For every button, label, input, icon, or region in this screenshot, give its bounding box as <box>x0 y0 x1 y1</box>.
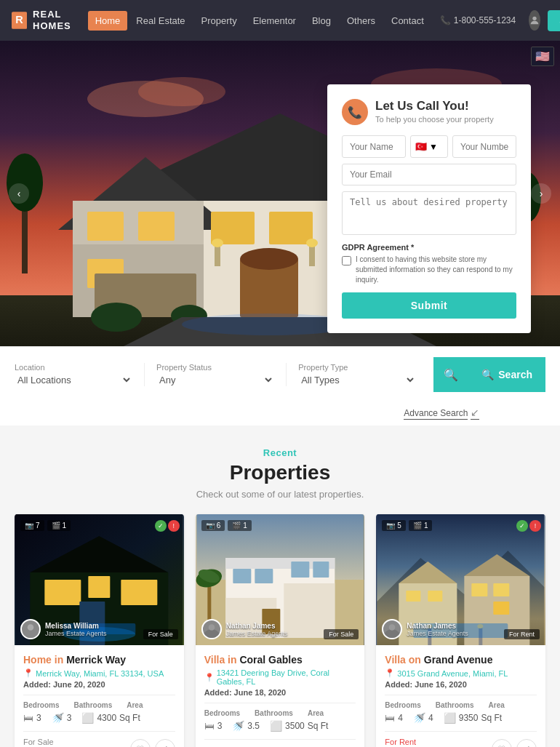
svg-point-30 <box>212 239 223 247</box>
svg-rect-62 <box>313 562 329 578</box>
nav-elementor[interactable]: Elementor <box>246 11 303 31</box>
advance-search-text: Advance Search <box>404 408 468 420</box>
nav-blog[interactable]: Blog <box>305 11 338 31</box>
type-select[interactable]: All Types <box>298 374 416 386</box>
pin-icon-1: 📍 <box>23 668 33 678</box>
svg-point-5 <box>138 77 225 106</box>
submit-button[interactable]: Submit <box>548 10 560 31</box>
agent-company-1: James Estate Agents <box>45 630 107 637</box>
hero-prev-arrow[interactable]: ‹ <box>9 183 29 204</box>
card-date-1: Added: June 20, 2020 <box>23 680 175 689</box>
svg-rect-78 <box>494 583 510 596</box>
bath-icon-3: 🚿 <box>413 712 425 724</box>
bedrooms-spec-2: 🛏 3 <box>204 720 223 732</box>
email-input[interactable] <box>342 164 516 185</box>
title-highlight-3: Villa on <box>385 654 421 666</box>
agent-info-2: Nathan James James Estate Agents <box>226 622 288 637</box>
search-icon-button[interactable]: 🔍 <box>433 357 468 392</box>
price-section-1: For Sale $540,000 ♡ ⇄ <box>23 738 175 747</box>
logo[interactable]: R REAL HOMES <box>12 7 79 33</box>
dropdown-arrow: ▼ <box>429 142 438 152</box>
property-card-1[interactable]: 📷 7 🎬 1 ✓ ! Melissa William <box>15 514 184 747</box>
card-divider-4 <box>204 739 356 740</box>
svg-point-86 <box>389 624 396 631</box>
svg-point-85 <box>383 629 401 639</box>
sale-tag-2: For Sale <box>324 629 359 639</box>
agent-avatar-3 <box>382 619 402 639</box>
sale-label-3: For Rent <box>385 738 468 746</box>
nav-home[interactable]: Home <box>88 11 128 31</box>
bedrooms-spec-3: 🛏 4 <box>385 712 403 724</box>
section-title: Properties <box>15 461 545 484</box>
favorite-btn-1[interactable]: ♡ <box>130 739 151 747</box>
svg-rect-23 <box>269 212 313 244</box>
svg-rect-77 <box>472 583 488 596</box>
user-avatar[interactable] <box>529 10 540 31</box>
name-input[interactable] <box>342 135 406 158</box>
pin-icon-3: 📍 <box>385 668 395 678</box>
card-title-1: Home in Merrick Way <box>23 654 175 666</box>
area-label-3: Area <box>489 701 505 709</box>
svg-point-37 <box>7 153 43 212</box>
property-card-3[interactable]: 📷 5 🎬 1 ✓ ! Nathan James <box>376 514 545 747</box>
form-submit-button[interactable]: Submit <box>342 292 516 319</box>
bathrooms-spec-2: 🚿 3.5 <box>232 720 260 732</box>
nav-property[interactable]: Property <box>194 11 244 31</box>
agent-info-3: Nathan James James Estate Agents <box>407 622 468 637</box>
location-value: All Locations <box>15 374 132 386</box>
video-count-2: 🎬 1 <box>228 520 252 531</box>
price-section-3: For Rent $4,750 Monthly ♡ ⇄ <box>385 738 537 747</box>
brand-name: REAL HOMES <box>33 9 79 31</box>
area-spec-2: ⬜ 3500 Sq Ft <box>270 720 328 732</box>
agent-name-1: Melissa William <box>45 622 107 630</box>
nav-contact[interactable]: Contact <box>384 11 431 31</box>
property-card-2[interactable]: 📷 6 🎬 1 Nathan James James Estate Agents <box>196 514 365 747</box>
hot-badge-1: ! <box>168 520 180 532</box>
search-text-button[interactable]: 🔍 Search <box>468 357 545 392</box>
nav-others[interactable]: Others <box>340 11 383 31</box>
type-field[interactable]: Property Type All Types <box>287 363 428 386</box>
call-form: 📞 Let Us Call You! To help you choose yo… <box>327 84 531 333</box>
svg-rect-79 <box>494 602 510 615</box>
svg-text:R: R <box>15 14 23 25</box>
compare-btn-3[interactable]: ⇄ <box>516 739 537 747</box>
card-location-3: 📍 3015 Grand Avenue, Miami, FL <box>385 668 537 678</box>
name-phone-row: 🇹🇷 ▼ <box>342 135 516 158</box>
language-flag[interactable]: 🇺🇸 <box>531 47 554 66</box>
advance-search[interactable]: Advance Search ↙ <box>0 402 560 426</box>
location-field[interactable]: Location All Locations <box>15 363 145 386</box>
agent-avatar-1 <box>20 619 41 639</box>
compare-btn-1[interactable]: ⇄ <box>155 739 175 747</box>
agent-company-2: James Estate Agents <box>226 630 288 637</box>
featured-badge-3: ✓ <box>516 520 528 532</box>
video-icon: 🎬 <box>52 522 60 530</box>
phone-prefix[interactable]: 🇹🇷 ▼ <box>410 135 448 158</box>
gdpr-row: I consent to having this website store m… <box>342 255 516 285</box>
search-label: Search <box>498 369 532 380</box>
message-input[interactable] <box>342 191 516 235</box>
rent-tag-3: For Rent <box>504 629 540 639</box>
hero-next-arrow[interactable]: › <box>531 183 551 204</box>
svg-point-51 <box>22 629 39 639</box>
nav-real-estate[interactable]: Real Estate <box>129 11 192 31</box>
status-select[interactable]: Any <box>156 374 274 386</box>
phone-input[interactable] <box>452 135 516 158</box>
gdpr-checkbox[interactable] <box>342 256 351 265</box>
agent-name-2: Nathan James <box>226 622 288 630</box>
card-badges-2: 📷 6 🎬 1 <box>201 520 252 531</box>
camera-icon-3: 📷 <box>386 522 395 530</box>
status-field[interactable]: Property Status Any <box>145 363 287 386</box>
card-divider-2 <box>23 731 175 732</box>
camera-icon: 📷 <box>25 522 33 530</box>
card-title-3: Villa on Grand Avenue <box>385 654 537 666</box>
bedrooms-label-1: Bedrooms <box>23 701 59 709</box>
favorite-btn-3[interactable]: ♡ <box>492 739 512 747</box>
svg-rect-45 <box>44 580 81 605</box>
status-value: Any <box>156 374 274 386</box>
agent-name-3: Nathan James <box>407 622 468 630</box>
agent-avatar-2 <box>201 619 222 639</box>
bathrooms-label-3: Bathrooms <box>436 701 474 709</box>
photo-count-3: 📷 5 <box>382 520 406 531</box>
location-select[interactable]: All Locations <box>15 374 132 386</box>
svg-rect-47 <box>121 580 157 605</box>
